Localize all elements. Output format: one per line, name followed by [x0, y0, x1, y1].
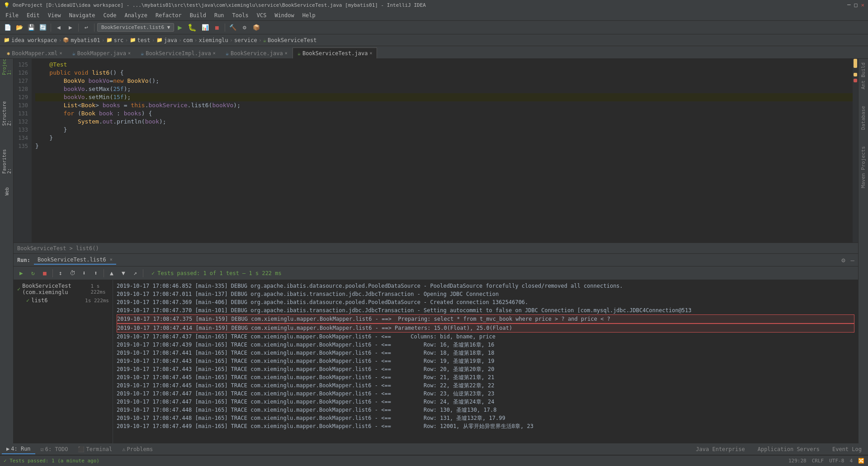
- stop-run-button[interactable]: ■: [40, 268, 50, 278]
- favorites-tool-button[interactable]: 2: Favorites: [2, 157, 12, 166]
- bottom-tab-app-servers[interactable]: Application Servers: [753, 445, 824, 454]
- sdk-button[interactable]: 📦: [251, 23, 261, 33]
- breadcrumb-bookservicetest[interactable]: ☕ BookServiceTest: [263, 37, 317, 43]
- log-line-6: 2019-10-17 17:08:47.437 [main-165] TRACE…: [117, 333, 854, 341]
- menu-run[interactable]: Run: [211, 11, 228, 19]
- breadcrumb-src[interactable]: 📁 src: [106, 37, 124, 43]
- code-editor[interactable]: 125 126 127 128 129 130 131 132 133 134 …: [14, 59, 858, 243]
- forward-button[interactable]: ▶: [66, 23, 75, 33]
- scroll-warning-2: [854, 73, 857, 76]
- menu-edit[interactable]: Edit: [23, 11, 43, 19]
- bottom-tab-run-label: 4: Run: [11, 446, 30, 452]
- back-button[interactable]: ◀: [54, 23, 64, 33]
- breadcrumb-xieminglu[interactable]: xieminglu: [199, 37, 228, 43]
- bottom-tab-todo[interactable]: ☑ 6: TODO: [36, 445, 73, 454]
- sort-duration-button[interactable]: ⏱: [67, 268, 77, 278]
- expand-all-button[interactable]: ⬇: [79, 268, 89, 278]
- run-panel: Run: BookServiceTest.list6 × ⚙ — ▶ ↻ ■ ↕…: [14, 253, 858, 443]
- collapse-all-button[interactable]: ⬆: [91, 268, 101, 278]
- maven-projects-panel-label[interactable]: Maven Projects: [859, 143, 868, 192]
- run-config-selector[interactable]: BookServiceTest.list6 ▼: [97, 23, 174, 32]
- save-button[interactable]: 💾: [26, 23, 36, 33]
- run-button[interactable]: ▶: [176, 23, 184, 32]
- tab-bookmapper-xml[interactable]: ✱ BookMapper.xml ×: [2, 48, 67, 58]
- tab-close-bookservice-java[interactable]: ×: [285, 51, 288, 56]
- sort-alphabetically-button[interactable]: ↕: [56, 268, 66, 278]
- run-settings-button[interactable]: ⚙: [841, 257, 845, 264]
- run-tree-item-bookservicetest-label: BookServiceTest (com.xieminglu: [22, 283, 89, 295]
- settings-button[interactable]: ⚙: [240, 23, 250, 33]
- run-panel-toolbar: ▶ ↻ ■ ↕ ⏱ ⬇ ⬆ ▲ ▼ ↗ ✓ Tests passed: 1 of…: [14, 266, 858, 280]
- new-file-button[interactable]: 📄: [3, 23, 13, 33]
- sync-button[interactable]: 🔄: [38, 23, 48, 33]
- run-minimize-button[interactable]: —: [851, 257, 854, 264]
- tab-close-bookmapper-xml[interactable]: ×: [59, 51, 62, 56]
- menu-window[interactable]: Window: [271, 11, 297, 19]
- breadcrumb-service[interactable]: service: [234, 37, 257, 43]
- file-encoding[interactable]: UTF-8: [829, 458, 844, 464]
- tab-close-bookmapper-java[interactable]: ×: [128, 51, 131, 56]
- structure-tool-button[interactable]: Z: Structure: [2, 109, 12, 119]
- breadcrumb-xieminglu-label: xieminglu: [199, 37, 228, 43]
- java-icon-2: ☕: [141, 50, 144, 57]
- menu-analyze[interactable]: Analyze: [121, 11, 151, 19]
- terminal-icon: ⬛: [78, 446, 85, 452]
- menu-build[interactable]: Build: [186, 11, 210, 19]
- ant-build-panel-label[interactable]: Ant Build: [859, 59, 868, 93]
- project-tool-button[interactable]: 1: Project: [2, 61, 12, 71]
- bottom-tab-event-log[interactable]: Event Log: [828, 445, 866, 454]
- run-tab-bookservicetest[interactable]: BookServiceTest.list6 ×: [34, 256, 116, 265]
- debug-button[interactable]: 🐛: [186, 23, 198, 32]
- run-tab-close[interactable]: ×: [110, 257, 113, 262]
- run-tree-item-list6[interactable]: ✓ list6 1s 222ms: [15, 296, 111, 304]
- menu-view[interactable]: View: [44, 11, 65, 19]
- bottom-tab-run[interactable]: ▶ 4: Run: [2, 444, 35, 454]
- run-log-output[interactable]: 2019-10-17 17:08:46.852 [main-335] DEBUG…: [113, 280, 858, 443]
- run-tree-item-bookservicetest[interactable]: ✓ BookServiceTest (com.xieminglu 1 s 222…: [15, 282, 111, 296]
- open-button[interactable]: 📂: [14, 23, 24, 33]
- log-line-0: 2019-10-17 17:08:46.852 [main-335] DEBUG…: [117, 282, 854, 290]
- export-button[interactable]: ↗: [130, 268, 140, 278]
- menu-file[interactable]: File: [2, 11, 22, 19]
- run-with-coverage-button[interactable]: 📊: [200, 23, 210, 33]
- breadcrumb-test[interactable]: 📁 test: [130, 37, 151, 43]
- bottom-tab-java-enterprise[interactable]: Java Enterprise: [691, 445, 749, 454]
- build-button[interactable]: 🔨: [228, 23, 238, 33]
- breadcrumb-java[interactable]: 📁 java: [156, 37, 177, 43]
- minimize-button[interactable]: ─: [847, 2, 850, 8]
- menu-refactor[interactable]: Refactor: [152, 11, 185, 19]
- menu-help[interactable]: Help: [299, 11, 319, 19]
- breadcrumb-mybatis01[interactable]: 📦 mybatis01: [63, 37, 100, 43]
- menu-code[interactable]: Code: [100, 11, 120, 19]
- down-button[interactable]: ▼: [118, 268, 128, 278]
- breadcrumb-workspace[interactable]: 📁 idea workspace: [4, 37, 57, 43]
- line-ending[interactable]: CRLF: [812, 458, 824, 464]
- bottom-tab-terminal[interactable]: ⬛ Terminal: [73, 445, 117, 454]
- web-tool-button[interactable]: Web: [2, 186, 12, 196]
- log-line-1: 2019-10-17 17:08:47.011 [main-137] DEBUG…: [117, 290, 854, 298]
- tab-bookservice-java[interactable]: ☕ BookService.java ×: [221, 48, 292, 58]
- log-line-10: 2019-10-17 17:08:47.443 [main-165] TRACE…: [117, 365, 854, 373]
- undo-button[interactable]: ↩: [81, 23, 91, 33]
- breadcrumb-com[interactable]: com: [183, 37, 193, 43]
- menu-navigate[interactable]: Navigate: [66, 11, 99, 19]
- tab-bookserviceimpl-java[interactable]: ☕ BookServiceImpl.java ×: [136, 48, 221, 58]
- menu-tools[interactable]: Tools: [229, 11, 252, 19]
- rerun-failed-button[interactable]: ↻: [28, 268, 38, 278]
- code-text[interactable]: @Test public void list6() { BookVo bookV…: [32, 59, 858, 243]
- tab-close-bookservicetest-java[interactable]: ×: [369, 51, 372, 56]
- up-button[interactable]: ▲: [107, 268, 117, 278]
- tab-close-bookserviceimpl-java[interactable]: ×: [213, 51, 216, 56]
- tab-bookservicetest-java[interactable]: ☕ BookServiceTest.java ×: [292, 48, 377, 58]
- rerun-button[interactable]: ▶: [16, 268, 26, 278]
- cursor-position[interactable]: 129:28: [788, 458, 807, 464]
- stop-button[interactable]: ■: [212, 23, 222, 33]
- breadcrumb-sep-5: ›: [179, 37, 182, 43]
- breadcrumb-java-label: java: [164, 37, 177, 43]
- menu-vcs[interactable]: VCS: [253, 11, 270, 19]
- close-button[interactable]: ✕: [861, 2, 864, 8]
- tab-bookmapper-java[interactable]: ☕ BookMapper.java ×: [67, 48, 136, 58]
- maximize-button[interactable]: □: [854, 2, 858, 8]
- database-panel-label[interactable]: Database: [859, 102, 868, 133]
- bottom-tab-problems[interactable]: ⚠ Problems: [118, 445, 157, 454]
